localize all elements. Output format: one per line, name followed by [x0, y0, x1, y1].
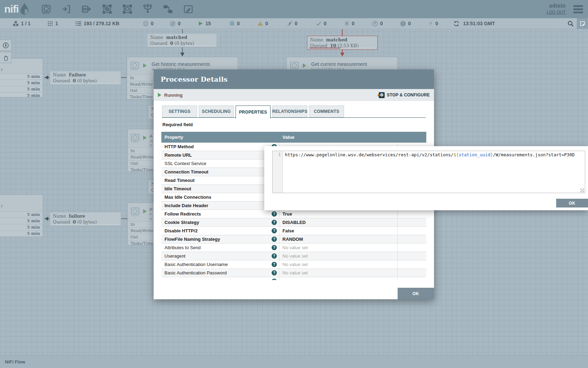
processor-type-icon — [131, 134, 140, 144]
stat-value: 5 min — [0, 230, 43, 237]
property-name-cell: FlowFile Naming Strategy? — [161, 235, 279, 243]
property-name: Idle Timeout — [164, 186, 191, 191]
help-icon[interactable]: ? — [272, 228, 277, 233]
property-value-cell[interactable]: No value set — [279, 269, 398, 277]
invalid-bolt-slash-icon — [287, 21, 293, 27]
processor-running-icon — [143, 136, 147, 140]
stat-value: 5 min — [0, 86, 43, 92]
property-value-cell[interactable]: No value set — [279, 252, 398, 260]
process-group-toolbar-icon[interactable] — [100, 2, 114, 16]
queued-count-bar — [149, 45, 180, 46]
help-icon[interactable]: ? — [272, 279, 277, 280]
status-not-transmitting-bullseye-count: 0 — [178, 21, 181, 26]
property-name-cell: Read Timeout? — [161, 176, 279, 184]
connection-queued-row: Qu — [148, 112, 154, 118]
status-sync-failure-question-count: 0 — [435, 21, 438, 26]
help-icon[interactable]: ? — [272, 270, 277, 275]
property-name: Disable HTTP/2 — [164, 228, 198, 233]
processor-partial[interactable]: r5 min5 min5 min5 min — [0, 58, 43, 97]
status-stopped-square-count: 0 — [237, 21, 240, 26]
sync-failure-question-icon: ? — [428, 21, 433, 27]
status-queued-list-count: 193 / 279.12 KB — [84, 21, 119, 26]
editor-ok-button[interactable]: OK — [556, 199, 588, 207]
property-value-cell[interactable]: No value set — [279, 260, 398, 268]
compass-icon[interactable] — [0, 40, 12, 51]
property-value: No value set — [282, 262, 308, 267]
status-stopped-square: 0 — [229, 18, 240, 29]
help-icon[interactable]: ? — [272, 253, 277, 259]
refresh-icon[interactable] — [453, 21, 460, 27]
connection-name-row: Na — [148, 180, 154, 187]
hand-pointer-icon[interactable] — [0, 52, 12, 63]
connection-label-partial[interactable]: NaQu — [148, 105, 154, 119]
tab-comments[interactable]: COMMENTS — [309, 105, 344, 117]
help-icon[interactable]: ? — [272, 245, 277, 250]
input-port-toolbar-icon[interactable] — [59, 2, 74, 16]
editor-line-number: 1 — [273, 151, 283, 193]
tab-properties[interactable]: PROPERTIES — [236, 105, 271, 118]
connection-label-partial[interactable]: NaQu — [148, 180, 154, 194]
property-row-partial: ? — [161, 277, 426, 280]
property-value-cell[interactable]: DISABLED — [279, 218, 398, 226]
property-row: Cookie Strategy?DISABLED — [161, 218, 426, 227]
search-icon[interactable] — [565, 18, 576, 29]
status-running-play: 15 — [198, 18, 211, 29]
connection-label[interactable]: Name FailureQueued 0 (0 bytes) — [50, 71, 121, 85]
property-name: Basic Authentication Password — [164, 270, 227, 275]
output-port-toolbar-icon[interactable] — [79, 2, 94, 16]
help-icon[interactable]: ? — [272, 237, 277, 242]
status-warning-triangle-count: 0 — [265, 21, 268, 26]
stat-value: 5 min — [0, 218, 43, 224]
last-refresh-time: 13:51:03 GMT — [463, 21, 495, 26]
property-value-cell[interactable]: False — [279, 227, 398, 235]
property-name-cell: Follow Redirects? — [161, 210, 279, 218]
label-toolbar-icon[interactable] — [181, 2, 196, 16]
tab-settings[interactable]: SETTINGS — [162, 105, 197, 117]
global-menu-icon[interactable] — [573, 5, 583, 15]
editor-code-line[interactable]: https://www.pegelonline.wsv.de/webservic… — [283, 151, 585, 193]
property-name: Cookie Strategy — [164, 220, 199, 225]
dialog-ok-button[interactable]: OK — [398, 288, 434, 299]
property-value-cell[interactable]: True — [279, 210, 398, 218]
processor-name: Get current measurement — [311, 61, 367, 67]
status-not-transmitting-bullseye: 0 — [170, 18, 181, 29]
connection-label[interactable]: Name matchedQueued 0 (0 bytes) — [147, 33, 217, 47]
connection-label[interactable]: Name failureQueued 0 (0 bytes) — [50, 212, 121, 226]
status-refresh[interactable]: 13:51:03 GMT — [453, 18, 495, 29]
stop-and-configure-button[interactable]: ⚙ STOP & CONFIGURE — [379, 92, 430, 98]
status-threads-grid-count: 1 — [55, 21, 58, 26]
birdseye-toggle-button[interactable] — [577, 18, 588, 29]
tab-underline — [162, 117, 426, 118]
funnel-toolbar-icon[interactable] — [140, 2, 155, 16]
remote-process-group-toolbar-icon[interactable] — [120, 2, 135, 16]
property-name-cell: Useragent? — [161, 252, 279, 260]
processor-toolbar-icon[interactable] — [39, 2, 54, 16]
connection-label[interactable]: Name matchedQueued 10 (2.53 KB) — [307, 36, 378, 50]
processor-stats: 5 min5 min5 min5 min — [0, 211, 43, 237]
queued-count-bar — [52, 224, 83, 225]
property-name: HTTP Method — [164, 144, 194, 149]
property-value-cell[interactable]: RANDOM — [279, 235, 398, 243]
queued-count-bar — [52, 83, 83, 83]
property-name: Connection Timeout — [164, 169, 208, 175]
value-textarea[interactable]: 1 https://www.pegelonline.wsv.de/webserv… — [272, 151, 585, 193]
status-running-play-count: 15 — [205, 21, 211, 26]
help-icon[interactable]: ? — [272, 211, 277, 217]
editor-resize-handle[interactable] — [580, 189, 584, 192]
dialog-tabs: SETTINGSSCHEDULINGPROPERTIESRELATIONSHIP… — [162, 105, 346, 118]
help-icon[interactable]: ? — [272, 220, 277, 225]
queued-list-icon — [75, 21, 82, 26]
tab-relationships[interactable]: RELATIONSHIPS — [272, 105, 307, 117]
property-value-cell[interactable]: No value set — [279, 244, 398, 252]
breadcrumb[interactable]: NiFi Flow — [5, 359, 25, 364]
warning-triangle-icon — [257, 21, 263, 26]
property-value: RANDOM — [282, 237, 303, 242]
logout-link[interactable]: LOG OUT — [547, 10, 566, 15]
cluster-cubes-icon — [13, 21, 19, 27]
connection-name-row: Na — [148, 105, 154, 112]
help-icon[interactable]: ? — [272, 262, 277, 267]
tab-scheduling[interactable]: SCHEDULING — [199, 105, 234, 117]
template-toolbar-icon[interactable] — [161, 2, 175, 16]
property-name: Include Date Header — [164, 203, 208, 208]
processor-partial[interactable]: r5 min5 min5 min5 min — [0, 195, 43, 237]
